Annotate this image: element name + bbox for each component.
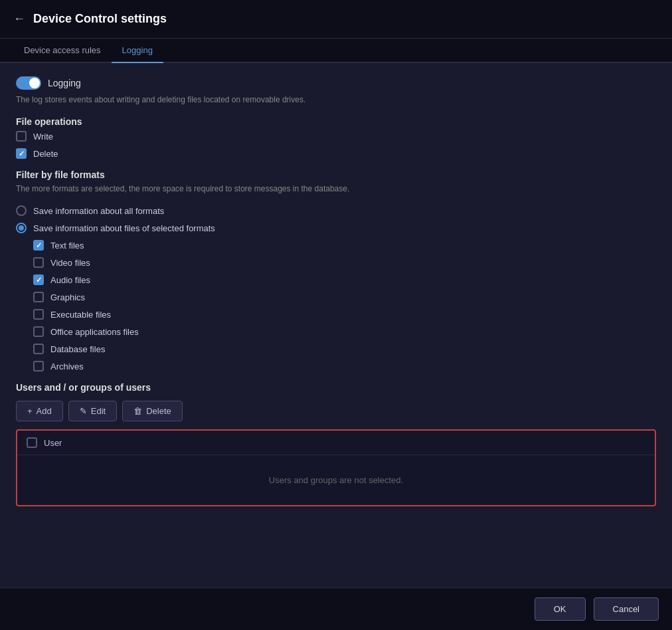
executable-files-checkbox[interactable] [33, 309, 44, 320]
text-files-checkbox[interactable] [33, 240, 44, 251]
delete-button[interactable]: 🗑 Delete [122, 401, 183, 421]
page-title: Device Control settings [33, 12, 167, 26]
video-files-row[interactable]: Video files [33, 257, 656, 268]
edit-button[interactable]: ✎ Edit [68, 401, 117, 421]
delete-label: Delete [146, 406, 171, 416]
content-area: Logging The log stores events about writ… [0, 63, 672, 520]
all-formats-radio[interactable] [16, 205, 27, 216]
write-checkbox-row[interactable]: Write [16, 131, 656, 142]
filter-title: Filter by file formats [16, 169, 656, 180]
add-label: Add [37, 406, 52, 416]
formats-list: Text files Video files Audio files Graph… [33, 240, 656, 371]
database-files-checkbox[interactable] [33, 344, 44, 354]
add-button[interactable]: + Add [16, 401, 63, 421]
archives-checkbox[interactable] [33, 361, 44, 371]
users-section-title: Users and / or groups of users [16, 382, 656, 393]
selected-formats-radio[interactable] [16, 223, 27, 233]
file-operations-title: File operations [16, 116, 656, 127]
users-table: User Users and groups are not selected. [16, 429, 656, 506]
tabs-bar: Device access rules Logging [0, 39, 672, 63]
audio-files-label: Audio files [50, 275, 90, 285]
graphics-checkbox[interactable] [33, 292, 44, 302]
table-header: User [17, 431, 655, 455]
delete-checkbox-row[interactable]: Delete [16, 148, 656, 159]
database-files-label: Database files [50, 344, 105, 354]
office-apps-label: Office applications files [50, 327, 139, 337]
audio-files-row[interactable]: Audio files [33, 274, 656, 285]
filter-description: The more formats are selected, the more … [16, 184, 656, 193]
write-checkbox[interactable] [16, 131, 27, 142]
footer-bar: OK Cancel [0, 587, 672, 630]
office-apps-checkbox[interactable] [33, 326, 44, 337]
delete-checkbox[interactable] [16, 148, 27, 159]
selected-formats-radio-row[interactable]: Save information about files of selected… [16, 223, 656, 233]
executable-files-label: Executable files [50, 310, 111, 320]
back-button[interactable]: ← [13, 12, 25, 26]
selected-formats-label: Save information about files of selected… [33, 223, 215, 233]
title-bar: ← Device Control settings [0, 0, 672, 39]
logging-description: The log stores events about writing and … [16, 95, 656, 104]
logging-toggle-row[interactable]: Logging [16, 76, 656, 90]
text-files-row[interactable]: Text files [33, 240, 656, 251]
video-files-label: Video files [50, 258, 90, 268]
archives-row[interactable]: Archives [33, 361, 656, 371]
graphics-label: Graphics [50, 292, 85, 302]
table-empty-message: Users and groups are not selected. [17, 455, 655, 505]
database-files-row[interactable]: Database files [33, 344, 656, 354]
logging-toggle[interactable] [16, 76, 41, 90]
plus-icon: + [27, 406, 33, 416]
write-label: Write [33, 132, 53, 142]
all-formats-radio-row[interactable]: Save information about all formats [16, 205, 656, 216]
tab-logging[interactable]: Logging [112, 39, 163, 63]
office-apps-row[interactable]: Office applications files [33, 326, 656, 337]
graphics-row[interactable]: Graphics [33, 292, 656, 302]
audio-files-checkbox[interactable] [33, 274, 44, 285]
action-buttons: + Add ✎ Edit 🗑 Delete [16, 401, 656, 421]
user-column-header: User [44, 438, 62, 448]
executable-files-row[interactable]: Executable files [33, 309, 656, 320]
video-files-checkbox[interactable] [33, 257, 44, 268]
logging-toggle-label: Logging [48, 78, 81, 88]
delete-label: Delete [33, 149, 58, 159]
table-header-checkbox[interactable] [27, 437, 37, 448]
archives-label: Archives [50, 362, 84, 371]
pencil-icon: ✎ [80, 406, 87, 416]
tab-device-access-rules[interactable]: Device access rules [13, 39, 112, 63]
ok-button[interactable]: OK [535, 597, 586, 621]
all-formats-label: Save information about all formats [33, 206, 164, 216]
trash-icon: 🗑 [133, 406, 142, 416]
cancel-button[interactable]: Cancel [594, 597, 659, 621]
edit-label: Edit [91, 406, 106, 416]
text-files-label: Text files [50, 241, 84, 251]
